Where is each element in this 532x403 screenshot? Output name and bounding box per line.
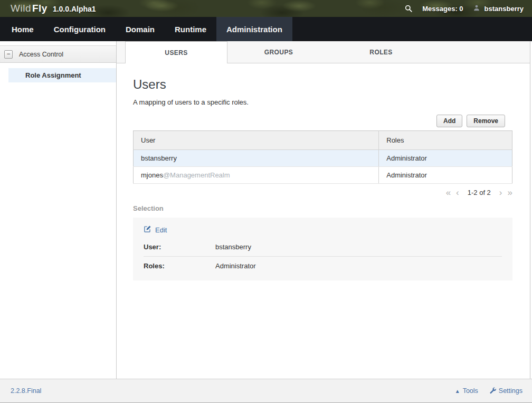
sidebar-section-header: − Access Control <box>0 45 116 63</box>
current-user[interactable]: bstansberry <box>473 4 524 13</box>
settings-link[interactable]: Settings <box>489 387 522 396</box>
footer-actions: ▲ Tools Settings <box>455 387 522 396</box>
prev-page-icon[interactable]: ‹ <box>456 188 459 197</box>
edit-label: Edit <box>155 226 167 234</box>
tools-link[interactable]: ▲ Tools <box>455 387 478 395</box>
footer: 2.2.8.Final ▲ Tools Settings <box>0 379 532 402</box>
top-header: Wild Fly 1.0.0.Alpha1 Messages: 0 bstans… <box>0 0 532 17</box>
messages-indicator[interactable]: Messages: 0 <box>422 5 463 13</box>
field-value: bstansberry <box>215 243 251 251</box>
sidebar-section-label: Access Control <box>19 51 63 58</box>
tab-roles[interactable]: ROLES <box>330 41 432 63</box>
settings-label: Settings <box>499 387 522 395</box>
app-window: Wild Fly 1.0.0.Alpha1 Messages: 0 bstans… <box>0 0 532 403</box>
product-version: 1.0.0.Alpha1 <box>53 5 96 13</box>
sidebar-item-role-assignment[interactable]: Role Assignment <box>8 68 116 82</box>
content-area: USERS GROUPS ROLES Users A mapping of us… <box>117 41 530 379</box>
column-header-user: User <box>134 131 379 150</box>
content-inner: Users A mapping of users to a specific r… <box>117 63 530 379</box>
remove-button[interactable]: Remove <box>467 115 505 127</box>
table-row[interactable]: bstansberry Administrator <box>134 150 512 167</box>
add-button[interactable]: Add <box>436 115 462 127</box>
user-cell: bstansberry <box>134 150 379 167</box>
first-page-icon[interactable]: « <box>446 188 451 197</box>
wrench-icon <box>489 387 496 396</box>
users-table: User Roles bstansberry Administrator mjo… <box>133 130 512 184</box>
edit-icon <box>144 225 151 235</box>
nav-item-runtime[interactable]: Runtime <box>165 17 216 41</box>
body-area: − Access Control Role Assignment USERS G… <box>0 41 532 379</box>
sidebar: − Access Control Role Assignment <box>0 41 117 379</box>
field-value: Administrator <box>215 262 256 270</box>
user-cell: mjones@ManagementRealm <box>134 167 379 184</box>
user-icon <box>473 4 481 13</box>
next-page-icon[interactable]: › <box>499 188 502 197</box>
search-icon[interactable] <box>404 4 413 13</box>
table-toolbar: Add Remove <box>133 115 505 127</box>
edit-link[interactable]: Edit <box>144 225 167 235</box>
selection-field-roles: Roles: Administrator <box>144 257 502 275</box>
brand-logo: Wild Fly 1.0.0.Alpha1 <box>11 3 96 14</box>
selection-panel: Edit User: bstansberry Roles: Administra… <box>133 218 512 280</box>
pagination: « ‹ 1-2 of 2 › » <box>133 184 512 197</box>
console-version: 2.2.8.Final <box>11 387 41 395</box>
nav-item-administration[interactable]: Administration <box>216 17 292 41</box>
page-description: A mapping of users to a specific roles. <box>133 98 512 106</box>
logo-wild: Wild <box>11 3 31 14</box>
main-nav: Home Configuration Domain Runtime Admini… <box>0 17 532 41</box>
table-header-row: User Roles <box>134 131 512 150</box>
tab-strip: USERS GROUPS ROLES <box>117 41 530 63</box>
roles-cell: Administrator <box>379 150 512 167</box>
logo-fly: Fly <box>32 3 48 14</box>
caret-up-icon: ▲ <box>455 388 460 394</box>
table-row[interactable]: mjones@ManagementRealm Administrator <box>134 167 512 184</box>
roles-cell: Administrator <box>379 167 512 184</box>
username-label: bstansberry <box>484 5 524 13</box>
tab-users[interactable]: USERS <box>125 41 227 63</box>
nav-item-domain[interactable]: Domain <box>116 17 165 41</box>
nav-item-home[interactable]: Home <box>2 17 44 41</box>
tools-label: Tools <box>463 387 478 395</box>
nav-item-configuration[interactable]: Configuration <box>44 17 116 41</box>
header-actions: Messages: 0 bstansberry <box>404 4 524 13</box>
tab-groups[interactable]: GROUPS <box>227 41 330 63</box>
collapse-icon[interactable]: − <box>4 50 13 59</box>
page-title: Users <box>133 77 512 92</box>
selection-field-user: User: bstansberry <box>144 238 502 257</box>
realm-suffix: @ManagementRealm <box>163 171 230 179</box>
field-label: Roles: <box>144 262 215 270</box>
selection-heading: Selection <box>133 204 512 212</box>
column-header-roles: Roles <box>379 131 512 150</box>
last-page-icon[interactable]: » <box>508 188 512 197</box>
page-range-label: 1-2 of 2 <box>468 189 491 196</box>
field-label: User: <box>144 243 215 251</box>
